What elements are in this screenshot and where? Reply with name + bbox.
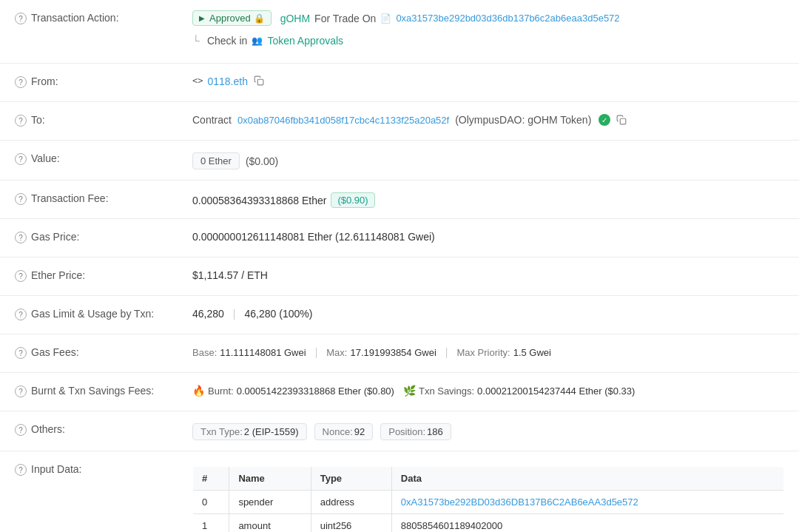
row-data: 8805854601189402000 bbox=[391, 514, 783, 533]
to-row: ? To: Contract 0x0ab87046fbb341d058f17cb… bbox=[0, 102, 799, 141]
to-value-col: Contract 0x0ab87046fbb341d058f17cbc4c113… bbox=[192, 112, 784, 126]
help-icon-gas-limit[interactable]: ? bbox=[15, 309, 27, 320]
token-name-link[interactable]: gOHM bbox=[280, 13, 310, 24]
value-value-col: 0 Ether ($0.00) bbox=[192, 151, 784, 169]
help-icon-others[interactable]: ? bbox=[15, 424, 27, 436]
nonce-value: 92 bbox=[354, 426, 365, 437]
ether-amount-badge: 0 Ether bbox=[192, 152, 240, 169]
from-label: From: bbox=[31, 75, 58, 87]
help-icon-burnt[interactable]: ? bbox=[15, 385, 27, 397]
ether-price-value-col: $1,114.57 / ETH bbox=[192, 268, 784, 281]
others-row: ? Others: Txn Type: 2 (EIP-1559) Nonce: … bbox=[0, 411, 799, 451]
position-label: Position: bbox=[388, 426, 425, 437]
transaction-action-label-col: ? Transaction Action: bbox=[15, 10, 192, 24]
gas-price-label: Gas Price: bbox=[31, 231, 79, 243]
row-type: address bbox=[311, 491, 391, 514]
check-in-row: └ Check in 👥 Token Approvals bbox=[192, 32, 784, 53]
table-row: 1amountuint2568805854601189402000 bbox=[193, 514, 784, 533]
col-header-hash: # bbox=[193, 467, 229, 491]
help-icon-to[interactable]: ? bbox=[15, 115, 27, 127]
gas-usage-percent: (100%) bbox=[279, 308, 312, 320]
gas-limit-row: ? Gas Limit & Usage by Txn: 46,280 | 46,… bbox=[0, 296, 799, 334]
divider-1: | bbox=[233, 308, 236, 320]
transaction-fee-row: ? Transaction Fee: 0.00058364393318868 E… bbox=[0, 181, 799, 219]
transaction-action-row: ? Transaction Action: ▶ Approved 🔒 gOHM … bbox=[0, 0, 799, 64]
from-label-col: ? From: bbox=[15, 74, 192, 88]
verified-icon: ✓ bbox=[599, 114, 610, 126]
divider-gas-1: | bbox=[315, 346, 318, 358]
to-label: To: bbox=[31, 114, 45, 126]
approved-text: Approved bbox=[209, 13, 251, 24]
input-data-value-col: # Name Type Data 0spenderaddress0xA31573… bbox=[192, 462, 784, 532]
gas-limit-value: 46,280 bbox=[192, 308, 224, 320]
position-value: 186 bbox=[427, 426, 443, 437]
transaction-fee-value-col: 0.00058364393318868 Ether ($0.90) bbox=[192, 191, 784, 208]
ether-price-row: ? Ether Price: $1,114.57 / ETH bbox=[0, 257, 799, 296]
ether-price-label-col: ? Ether Price: bbox=[15, 268, 192, 282]
col-header-type: Type bbox=[311, 467, 391, 491]
code-icon: <> bbox=[192, 75, 203, 86]
gas-price-value-col: 0.000000012611148081 Ether (12.611148081… bbox=[192, 229, 784, 243]
row-data[interactable]: 0xA31573be292BD03d36DB137B6C2AB6eAA3d5e5… bbox=[391, 491, 783, 514]
help-icon-value[interactable]: ? bbox=[15, 153, 27, 165]
help-icon-from[interactable]: ? bbox=[15, 76, 27, 88]
savings-value: 0.00021200154237444 Ether ($0.33) bbox=[477, 385, 635, 397]
gas-limit-label-col: ? Gas Limit & Usage by Txn: bbox=[15, 306, 192, 320]
contract-name: (OlympusDAO: gOHM Token) bbox=[455, 114, 591, 126]
help-icon-gas-price[interactable]: ? bbox=[15, 232, 27, 243]
from-value-col: <> 0118.eth bbox=[192, 74, 784, 87]
to-address-link[interactable]: 0x0ab87046fbb341d058f17cbc4c1133f25a20a5… bbox=[237, 115, 449, 126]
trade-text: For Trade On bbox=[314, 13, 376, 24]
input-data-table: # Name Type Data 0spenderaddress0xA31573… bbox=[192, 466, 784, 532]
from-address-link[interactable]: 0118.eth bbox=[207, 75, 248, 87]
fee-ether: 0.00058364393318868 Ether bbox=[192, 195, 326, 206]
help-icon-transaction-action[interactable]: ? bbox=[15, 13, 27, 24]
max-label: Max: bbox=[326, 347, 347, 358]
txn-type-badge: Txn Type: 2 (EIP-1559) bbox=[192, 423, 307, 440]
svg-rect-1 bbox=[621, 118, 627, 124]
input-data-label-col: ? Input Data: bbox=[15, 462, 192, 476]
copy-icon-from[interactable] bbox=[254, 75, 264, 86]
gas-limit-label: Gas Limit & Usage by Txn: bbox=[31, 308, 154, 320]
row-index: 1 bbox=[193, 514, 229, 533]
to-label-col: ? To: bbox=[15, 112, 192, 127]
transaction-fee-label-col: ? Transaction Fee: bbox=[15, 191, 192, 205]
usd-amount: ($0.00) bbox=[246, 155, 278, 167]
burnt-emoji: 🔥 bbox=[192, 385, 205, 397]
input-data-row: ? Input Data: # Name Type Data 0spendera… bbox=[0, 451, 799, 532]
gas-fees-label-col: ? Gas Fees: bbox=[15, 345, 192, 359]
value-label: Value: bbox=[31, 152, 60, 164]
ether-price-label: Ether Price: bbox=[31, 269, 85, 281]
token-approvals-link[interactable]: Token Approvals bbox=[267, 35, 343, 47]
txn-type-label: Txn Type: bbox=[200, 426, 243, 437]
help-icon-gas-fees[interactable]: ? bbox=[15, 347, 27, 359]
position-badge: Position: 186 bbox=[380, 423, 451, 440]
table-row: 0spenderaddress0xA31573be292BD03d36DB137… bbox=[193, 491, 784, 514]
check-in-text: Check in bbox=[207, 35, 247, 47]
burnt-fees-label-col: ? Burnt & Txn Savings Fees: bbox=[15, 383, 192, 397]
burnt-value: 0.00051422393318868 Ether ($0.80) bbox=[237, 385, 394, 397]
copy-icon-to[interactable] bbox=[616, 115, 627, 125]
transaction-action-value-col: ▶ Approved 🔒 gOHM For Trade On 📄 0xa3157… bbox=[192, 10, 784, 53]
lock-icon: 🔒 bbox=[254, 13, 265, 24]
gas-usage-value: 46,280 bbox=[244, 308, 276, 320]
max-priority-value: 1.5 Gwei bbox=[513, 347, 551, 358]
row-name: spender bbox=[229, 491, 311, 514]
svg-rect-0 bbox=[257, 79, 263, 85]
burnt-fees-row: ? Burnt & Txn Savings Fees: 🔥 Burnt: 0.0… bbox=[0, 373, 799, 411]
value-row: ? Value: 0 Ether ($0.00) bbox=[0, 141, 799, 181]
row-name: amount bbox=[229, 514, 311, 533]
row-index: 0 bbox=[193, 491, 229, 514]
help-icon-ether-price[interactable]: ? bbox=[15, 270, 27, 282]
savings-label: Txn Savings: bbox=[419, 385, 474, 397]
indent-arrow: └ bbox=[192, 35, 200, 47]
contract-address-link[interactable]: 0xa31573be292bd03d36db137b6c2ab6eaa3d5e5… bbox=[396, 13, 619, 24]
max-value: 17.191993854 Gwei bbox=[350, 347, 436, 358]
txn-type-value: 2 (EIP-1559) bbox=[244, 426, 299, 437]
burnt-fees-label: Burnt & Txn Savings Fees: bbox=[31, 385, 154, 397]
help-icon-fee[interactable]: ? bbox=[15, 193, 27, 205]
gas-limit-value-col: 46,280 | 46,280 (100%) bbox=[192, 306, 784, 320]
approved-badge: ▶ Approved 🔒 bbox=[192, 10, 272, 26]
others-label: Others: bbox=[31, 423, 65, 435]
help-icon-input-data[interactable]: ? bbox=[15, 464, 27, 476]
